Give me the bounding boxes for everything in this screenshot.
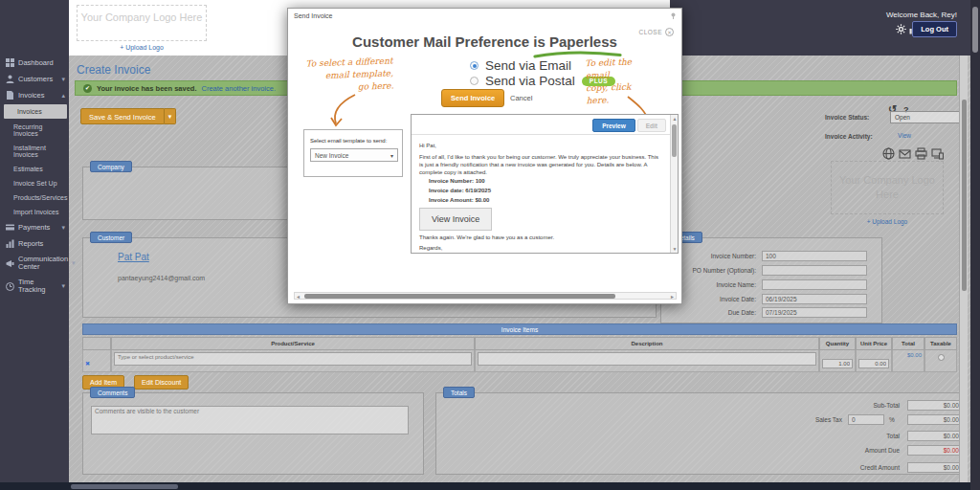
devices-icon[interactable] xyxy=(931,147,944,160)
preview-scrollbar[interactable]: ▲ ▼ xyxy=(670,115,678,253)
invoice-status-select[interactable]: Open ▾ xyxy=(890,111,967,123)
view-invoice-button[interactable]: View Invoice xyxy=(419,208,492,231)
invoice-logo-placeholder[interactable]: Your Company Logo Here xyxy=(831,161,944,214)
sidebar-item-invoices[interactable]: Invoices ▴ xyxy=(0,87,69,103)
edit-discount-button[interactable]: Edit Discount xyxy=(134,375,189,390)
scrollbar-thumb[interactable] xyxy=(71,484,178,489)
email-greeting: Hi Pat, xyxy=(419,142,436,149)
scroll-left-icon[interactable]: ◄ xyxy=(296,294,301,300)
scrollbar-thumb[interactable] xyxy=(304,294,615,299)
quantity-input[interactable] xyxy=(822,359,853,368)
logout-button[interactable]: Log Out xyxy=(912,21,957,37)
send-invoice-modal: Send Invoice CLOSE ✕ Customer Mail Prefe… xyxy=(287,8,682,304)
invoice-number-field[interactable] xyxy=(762,251,867,261)
scroll-down-icon[interactable]: ▼ xyxy=(672,246,678,252)
sidebar-subitem-installment-invoices[interactable]: Installment Invoices xyxy=(0,141,69,162)
printer-icon[interactable] xyxy=(915,147,927,160)
col-description: Description xyxy=(475,337,819,350)
col-unit-price: Unit Price xyxy=(856,337,892,350)
window-scrollbar[interactable] xyxy=(970,0,980,490)
scrollbar-thumb[interactable] xyxy=(962,100,967,291)
email-preview-pane: Preview Edit Hi Pat, First of all, I'd l… xyxy=(411,114,679,254)
sales-tax-input[interactable] xyxy=(848,414,884,425)
table-row: ✖ $0.00 xyxy=(82,350,957,372)
sidebar-item-customers[interactable]: Customers ▾ xyxy=(0,71,69,87)
due-date-label: Due Date: xyxy=(660,309,756,316)
sidebar-subitem-products-services[interactable]: Products/Services xyxy=(0,190,69,205)
unit-price-input[interactable] xyxy=(858,359,889,368)
send-via-email-label: Send via Email xyxy=(485,58,571,73)
modal-heading: Customer Mail Preference is Paperless xyxy=(288,33,681,50)
template-select[interactable]: New Invoice ▾ xyxy=(310,148,398,162)
upload-logo-link[interactable]: + Upload Logo xyxy=(831,218,944,225)
scrollbar-thumb[interactable] xyxy=(972,7,978,53)
delete-row-icon[interactable]: ✖ xyxy=(85,361,90,367)
invoice-items-header-bar: Invoice Items xyxy=(82,323,957,335)
cancel-link[interactable]: Cancel xyxy=(510,94,532,102)
sidebar-subitem-import-invoices[interactable]: Import Invoices xyxy=(0,205,69,219)
customer-name-link[interactable]: Pat Pat xyxy=(118,252,149,262)
save-send-label: Save & Send Invoice xyxy=(80,108,165,124)
sidebar-item-dashboard[interactable]: Dashboard xyxy=(0,55,69,71)
send-via-postal-label: Send via Postal xyxy=(485,74,575,88)
header-user-area: Welcome Back, Rey! ? Log Out xyxy=(670,0,970,56)
content-scrollbar[interactable] xyxy=(959,56,968,482)
po-number-field[interactable] xyxy=(762,265,867,276)
scroll-right-icon[interactable]: ► xyxy=(670,294,675,300)
preview-button[interactable]: Preview xyxy=(592,119,635,132)
radio-selected-icon[interactable] xyxy=(470,61,479,70)
customers-icon xyxy=(6,75,14,83)
invoice-activity-label: Invoice Activity: xyxy=(825,133,873,140)
scroll-up-icon[interactable]: ▲ xyxy=(672,116,678,122)
invoice-status-label: Invoice Status: xyxy=(825,114,869,121)
welcome-text: Welcome Back, Rey! xyxy=(886,11,957,19)
send-via-email-option[interactable]: Send via Email xyxy=(470,58,571,73)
create-another-invoice-link[interactable]: Create another invoice. xyxy=(201,84,276,93)
check-icon: ✔ xyxy=(83,84,92,93)
invoice-name-field[interactable] xyxy=(762,279,867,290)
due-date-field[interactable] xyxy=(762,307,867,318)
invoice-activity-view-link[interactable]: View xyxy=(898,132,911,139)
taxable-checkbox[interactable] xyxy=(938,354,945,361)
sidebar-subitem-invoices[interactable]: Invoices xyxy=(4,104,67,119)
globe-icon[interactable] xyxy=(882,147,895,160)
invoices-icon xyxy=(6,91,14,100)
company-logo-placeholder[interactable]: Your Company Logo Here xyxy=(77,5,207,41)
send-invoice-button[interactable]: Send Invoice xyxy=(441,89,504,107)
megaphone-icon xyxy=(6,259,14,268)
invoice-date-field[interactable] xyxy=(762,294,867,304)
upload-logo-link[interactable]: + Upload Logo xyxy=(77,44,207,51)
annotation-select-template: To select a different email template, go… xyxy=(304,55,393,95)
edit-button[interactable]: Edit xyxy=(637,119,666,132)
sidebar-item-time-tracking[interactable]: Time Tracking ▾ xyxy=(0,275,69,298)
save-send-invoice-button[interactable]: Save & Send Invoice ▾ xyxy=(80,108,176,124)
chevron-down-icon: ▾ xyxy=(72,259,76,267)
sub-total-value: $0.00 xyxy=(907,400,963,411)
modal-horizontal-scrollbar[interactable]: ◄ ► xyxy=(294,292,677,300)
scrollbar-thumb[interactable] xyxy=(672,124,677,157)
sidebar-subitem-estimates[interactable]: Estimates xyxy=(0,162,69,176)
radio-unselected-icon[interactable] xyxy=(470,77,479,85)
sidebar-item-payments[interactable]: Payments ▾ xyxy=(0,219,69,235)
gear-icon[interactable] xyxy=(896,24,906,34)
sidebar-item-reports[interactable]: Reports xyxy=(0,235,69,252)
email-icon[interactable] xyxy=(899,147,911,160)
pin-icon[interactable] xyxy=(670,12,677,19)
comments-section-tag: Comments xyxy=(90,387,135,398)
chevron-down-icon: ▾ xyxy=(61,282,65,290)
comments-input[interactable] xyxy=(91,406,409,434)
chevron-down-icon: ▾ xyxy=(390,152,393,159)
description-input[interactable] xyxy=(478,352,816,366)
modal-title: Send Invoice xyxy=(294,12,332,19)
company-section-tag: Company xyxy=(90,161,132,172)
payments-icon xyxy=(6,223,14,232)
credit-amount-label: Credit Amount xyxy=(766,464,900,471)
sidebar-item-communication-center[interactable]: Communication Center ▾ xyxy=(0,252,69,275)
chevron-down-icon[interactable]: ▾ xyxy=(165,108,177,124)
product-service-input[interactable] xyxy=(114,352,472,366)
horizontal-scrollbar[interactable] xyxy=(0,482,980,490)
sidebar-subitem-recurring-invoices[interactable]: Recurring Invoices xyxy=(0,120,69,141)
divider xyxy=(412,134,678,135)
customer-email: pantaeyung2414@gmail.com xyxy=(118,275,205,281)
sidebar-subitem-invoice-set-up[interactable]: Invoice Set Up xyxy=(0,176,69,190)
